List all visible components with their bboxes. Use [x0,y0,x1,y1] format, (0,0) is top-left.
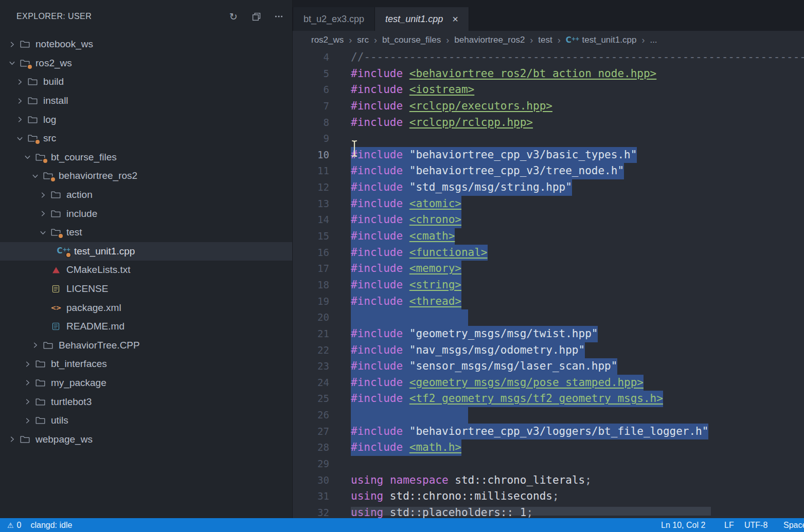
refresh-icon[interactable]: ↻ [228,11,239,22]
code-line-20[interactable]: 20 [293,309,804,326]
line-number[interactable]: 29 [293,456,329,472]
code-line-22[interactable]: 22#include "nav_msgs/msg/odometry.hpp" [293,342,804,359]
code-line-27[interactable]: 27#include "behaviortree_cpp_v3/loggers/… [293,424,804,440]
code-line-31[interactable]: 31using std::chrono::milliseconds; [293,488,804,505]
tree-item-build[interactable]: build [0,72,292,91]
status-right-0[interactable]: Ln 10, Col 2 [661,518,705,532]
status-clangd-status[interactable]: clangd: idle [30,521,72,530]
line-number[interactable]: 20 [293,309,329,326]
tree-item-my_package[interactable]: my_package [0,374,292,393]
tree-item-ros2_ws[interactable]: ros2_ws [0,54,292,73]
code-line-26[interactable]: 26 [293,407,804,424]
chevron-down-icon[interactable] [22,152,33,162]
line-number[interactable]: 21 [293,326,329,342]
code-editor[interactable]: 4//-------------------------------------… [293,49,804,518]
code-line-17[interactable]: 17#include <memory> [293,261,804,277]
chevron-right-icon[interactable] [6,39,17,49]
code-line-14[interactable]: 14#include <chrono> [293,212,804,228]
chevron-right-icon[interactable] [22,359,33,369]
code-line-8[interactable]: 8#include <rclcpp/rclcpp.hpp> [293,115,804,131]
chevron-right-icon[interactable] [14,115,25,125]
line-number[interactable]: 9 [293,131,329,147]
line-number[interactable]: 7 [293,98,329,115]
code-line-24[interactable]: 24#include <geometry_msgs/msg/pose_stamp… [293,375,804,391]
tree-item-utils[interactable]: utils [0,411,292,430]
ellipsis-icon[interactable] [274,11,284,22]
code-line-10[interactable]: 10#include "behaviortree_cpp_v3/basic_ty… [293,147,804,163]
code-line-15[interactable]: 15#include <cmath> [293,228,804,245]
line-number[interactable]: 31 [293,488,329,505]
line-number[interactable]: 13 [293,196,329,212]
tree-item-test_unit1.cpp[interactable]: C++test_unit1.cpp [0,242,292,261]
status-right-1[interactable]: LF [724,518,734,532]
line-number[interactable]: 5 [293,66,329,82]
line-number[interactable]: 23 [293,358,329,375]
line-number[interactable]: 6 [293,82,329,98]
line-number[interactable]: 10 [293,147,329,163]
tree-item-webpage_ws[interactable]: webpage_ws [0,430,292,449]
code-line-30[interactable]: 30using namespace std::chrono_literals; [293,472,804,489]
code-line-19[interactable]: 19#include <thread> [293,293,804,310]
tree-item-log[interactable]: log [0,110,292,129]
tree-item-turtlebot3[interactable]: turtlebot3 [0,392,292,411]
line-number[interactable]: 18 [293,277,329,293]
chevron-down-icon[interactable] [37,227,48,237]
line-number[interactable]: 22 [293,342,329,359]
code-line-23[interactable]: 23#include "sensor_msgs/msg/laser_scan.h… [293,358,804,375]
line-number[interactable]: 11 [293,163,329,179]
horizontal-scrollbar[interactable] [351,507,711,516]
code-line-25[interactable]: 25#include <tf2_geometry_msgs/tf2_geomet… [293,391,804,407]
status-right-2[interactable]: UTF-8 [744,518,767,532]
chevron-right-icon[interactable] [22,397,33,407]
line-number[interactable]: 30 [293,472,329,489]
tree-item-notebook_ws[interactable]: notebook_ws [0,35,292,54]
tree-item-LICENSE[interactable]: LICENSE [0,280,292,299]
split-editor-icon[interactable] [251,11,261,22]
line-number[interactable]: 8 [293,115,329,131]
line-number[interactable]: 12 [293,179,329,196]
chevron-right-icon[interactable] [37,190,48,200]
tree-item-README.md[interactable]: README.md [0,317,292,336]
tree-item-BehaviorTree.CPP[interactable]: BehaviorTree.CPP [0,336,292,355]
breadcrumb-item[interactable]: ros2_ws [311,35,344,45]
tree-item-bt_interfaces[interactable]: bt_interfaces [0,355,292,374]
tree-item-CMakeLists.txt[interactable]: CMakeLists.txt [0,261,292,280]
chevron-right-icon[interactable] [29,340,41,351]
line-number[interactable]: 16 [293,245,329,261]
code-line-28[interactable]: 28#include <math.h> [293,439,804,456]
code-line-29[interactable]: 29 [293,456,804,472]
chevron-right-icon[interactable] [6,434,17,445]
tree-item-src[interactable]: src [0,129,292,148]
breadcrumb-item[interactable]: src [357,35,369,45]
code-line-6[interactable]: 6#include <iostream> [293,82,804,98]
tree-item-package.xml[interactable]: <>package.xml [0,298,292,317]
tree-item-behaviortree_ros2[interactable]: behaviortree_ros2 [0,167,292,186]
code-line-4[interactable]: 4//-------------------------------------… [293,49,804,66]
breadcrumb-item[interactable]: C++test_unit1.cpp [566,35,637,45]
line-number[interactable]: 26 [293,407,329,424]
line-number[interactable]: 19 [293,293,329,310]
tree-item-action[interactable]: action [0,186,292,205]
chevron-right-icon[interactable] [22,378,33,388]
chevron-down-icon[interactable] [29,171,41,181]
code-line-9[interactable]: 9 [293,131,804,147]
code-line-18[interactable]: 18#include <string> [293,277,804,293]
line-number[interactable]: 25 [293,391,329,407]
line-number[interactable]: 32 [293,505,329,518]
tab-bt_u2_ex3.cpp[interactable]: bt_u2_ex3.cpp [293,7,375,31]
code-line-16[interactable]: 16#include <functional> [293,245,804,261]
tree-item-include[interactable]: include [0,204,292,223]
chevron-right-icon[interactable] [14,77,25,87]
line-number[interactable]: 28 [293,439,329,456]
chevron-right-icon[interactable] [14,96,25,106]
close-icon[interactable]: × [452,14,458,24]
breadcrumb-item[interactable]: bt_course_files [382,35,441,45]
code-line-13[interactable]: 13#include <atomic> [293,196,804,212]
line-number[interactable]: 17 [293,261,329,277]
line-number[interactable]: 4 [293,49,329,66]
code-line-12[interactable]: 12#include "std_msgs/msg/string.hpp" [293,179,804,196]
breadcrumb-item[interactable]: behaviortree_ros2 [454,35,525,45]
code-line-7[interactable]: 7#include <rclcpp/executors.hpp> [293,98,804,115]
code-line-21[interactable]: 21#include "geometry_msgs/msg/twist.hpp" [293,326,804,342]
chevron-down-icon[interactable] [14,133,25,143]
